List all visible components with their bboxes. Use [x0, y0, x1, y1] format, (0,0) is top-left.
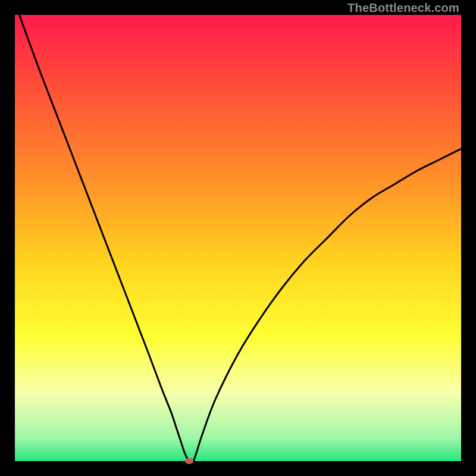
minimum-marker: [185, 458, 193, 464]
gradient-background: [15, 15, 461, 461]
watermark-text: TheBottleneck.com: [347, 1, 459, 15]
chart-plot: [15, 15, 461, 461]
chart-frame: [15, 15, 461, 461]
